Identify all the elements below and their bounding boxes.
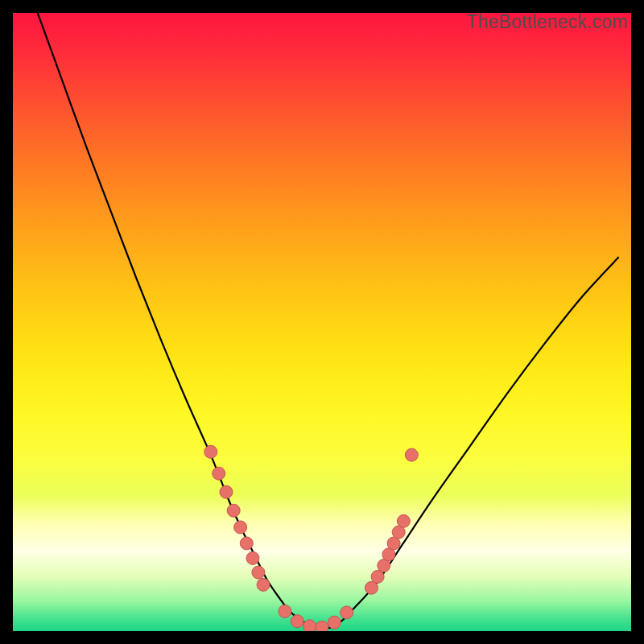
data-point <box>220 485 233 498</box>
chart-svg <box>13 13 631 631</box>
data-point <box>246 551 259 564</box>
data-point <box>252 566 265 579</box>
data-point <box>405 448 418 461</box>
data-point <box>328 616 341 629</box>
data-point <box>397 514 410 527</box>
data-point <box>257 578 270 591</box>
data-point <box>227 504 240 517</box>
data-point <box>291 615 303 628</box>
data-point <box>303 620 316 631</box>
data-point <box>213 467 225 480</box>
watermark-text: TheBottleneck.com <box>467 11 628 33</box>
data-markers <box>204 445 419 631</box>
data-point <box>204 445 217 458</box>
data-point <box>341 606 353 619</box>
data-point <box>234 521 247 534</box>
plot-area: TheBottleneck.com <box>13 13 631 631</box>
bottleneck-curve <box>38 13 619 628</box>
data-point <box>316 621 328 631</box>
chart-frame: TheBottleneck.com <box>13 13 631 631</box>
data-point <box>279 605 291 617</box>
data-point <box>240 537 253 550</box>
